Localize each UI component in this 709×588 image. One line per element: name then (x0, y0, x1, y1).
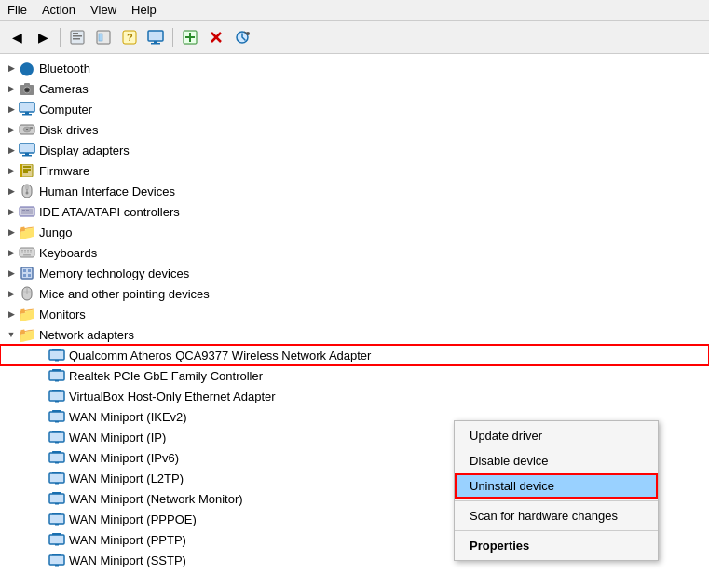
bluetooth-label: Bluetooth (39, 62, 90, 75)
tree-item-realtek[interactable]: ▶ Realtek PCIe GbE Family Controller (0, 365, 709, 386)
svg-rect-55 (30, 253, 32, 254)
keyboard-icon (19, 244, 35, 261)
svg-rect-80 (49, 453, 64, 462)
ctx-scan-hardware[interactable]: Scan for hardware changes (455, 503, 658, 528)
svg-text:?: ? (127, 32, 133, 43)
display-adapters-label: Display adapters (39, 144, 130, 157)
svg-rect-49 (24, 250, 26, 252)
svg-rect-58 (23, 269, 26, 272)
expand-jungo[interactable]: ▶ (4, 225, 19, 239)
back-button[interactable]: ◀ (6, 26, 28, 48)
expand-display[interactable]: ▶ (4, 143, 19, 157)
expand-disk[interactable]: ▶ (4, 122, 19, 137)
show-hide-button[interactable] (92, 26, 115, 48)
expand-memory[interactable]: ▶ (4, 266, 19, 280)
mouse-icon (19, 285, 35, 302)
context-menu: Update driver Disable device Uninstall d… (454, 420, 659, 561)
expand-monitors[interactable]: ▶ (4, 307, 19, 321)
svg-rect-54 (27, 253, 29, 254)
svg-rect-29 (20, 144, 34, 153)
svg-rect-70 (52, 369, 61, 371)
tree-item-monitors[interactable]: ▶ 📁 Monitors (0, 304, 709, 324)
svg-rect-65 (49, 350, 64, 360)
svg-rect-57 (21, 267, 33, 279)
monitors-icon: 📁 (19, 306, 35, 322)
menu-bar: File Action View Help (0, 0, 709, 21)
expand-bluetooth[interactable]: ▶ (4, 61, 19, 75)
svg-rect-53 (24, 253, 26, 254)
help-button[interactable]: ? (118, 26, 141, 48)
tree-item-virtualbox[interactable]: ▶ VirtualBox Host-Only Ethernet Adapter (0, 386, 709, 406)
svg-rect-73 (52, 390, 61, 391)
svg-rect-35 (23, 171, 28, 173)
svg-rect-97 (52, 554, 61, 555)
svg-rect-81 (55, 462, 59, 464)
ctx-disable-device[interactable]: Disable device (455, 448, 658, 473)
tree-item-qualcomm[interactable]: ▶ Qualcomm Atheros QCA9377 Wireless Netw… (0, 345, 709, 365)
disk-icon (19, 121, 35, 138)
tree-item-bluetooth[interactable]: ▶ ⬤ Bluetooth (0, 58, 709, 78)
menu-view[interactable]: View (83, 1, 124, 19)
toolbar: ◀ ▶ ? (0, 21, 709, 54)
main-area: ▶ ⬤ Bluetooth ▶ Cameras ▶ Computer ▶ (0, 54, 709, 588)
properties-button[interactable] (66, 26, 89, 48)
svg-rect-86 (49, 494, 64, 503)
svg-rect-93 (55, 544, 59, 546)
expand-mice[interactable]: ▶ (4, 286, 19, 301)
svg-rect-84 (55, 483, 59, 485)
tree-item-memory[interactable]: ▶ Memory technology devices (0, 263, 709, 283)
svg-rect-83 (49, 473, 64, 483)
wan-ip-icon (48, 429, 65, 445)
expand-computer[interactable]: ▶ (4, 102, 19, 116)
tree-item-firmware[interactable]: ▶ Firmware (0, 160, 709, 181)
svg-rect-45 (22, 212, 25, 212)
svg-rect-79 (52, 431, 61, 432)
computer-label: Computer (39, 103, 92, 116)
expand-hid[interactable]: ▶ (4, 184, 19, 198)
monitor-button[interactable] (144, 26, 167, 48)
svg-rect-88 (52, 492, 61, 494)
svg-rect-24 (22, 114, 32, 116)
menu-help[interactable]: Help (124, 1, 164, 19)
menu-file[interactable]: File (0, 1, 34, 19)
svg-rect-51 (30, 250, 32, 252)
ctx-update-driver[interactable]: Update driver (455, 423, 658, 448)
realtek-label: Realtek PCIe GbE Family Controller (69, 369, 263, 383)
forward-button[interactable]: ▶ (32, 26, 54, 48)
computer-icon (19, 101, 35, 117)
svg-rect-28 (30, 127, 33, 129)
tree-item-hid[interactable]: ▶ Human Interface Devices (0, 181, 709, 201)
wan-netmon-icon (48, 490, 65, 507)
menu-action[interactable]: Action (34, 1, 83, 19)
remove-button[interactable] (205, 26, 227, 48)
expand-firmware[interactable]: ▶ (4, 163, 19, 178)
ctx-uninstall-device[interactable]: Uninstall device (455, 473, 658, 499)
svg-rect-20 (24, 83, 30, 86)
keyboards-label: Keyboards (39, 246, 97, 260)
svg-rect-60 (23, 274, 26, 277)
svg-rect-5 (99, 34, 102, 41)
svg-rect-71 (49, 391, 64, 401)
tree-item-keyboards[interactable]: ▶ Keyboards (0, 242, 709, 263)
tree-item-network-adapters[interactable]: ▼ 📁 Network adapters (0, 324, 709, 345)
svg-rect-43 (22, 210, 25, 211)
tree-item-computer[interactable]: ▶ Computer (0, 99, 709, 119)
expand-network[interactable]: ▼ (4, 327, 19, 342)
tree-item-cameras[interactable]: ▶ Cameras (0, 78, 709, 99)
add-button[interactable] (179, 26, 201, 48)
network-folder-icon: 📁 (19, 326, 35, 343)
tree-item-jungo[interactable]: ▶ 📁 Jungo (0, 222, 709, 242)
expand-cameras[interactable]: ▶ (4, 81, 19, 96)
wan-pptp-icon (48, 531, 65, 548)
tree-item-display[interactable]: ▶ Display adapters (0, 140, 709, 160)
expand-keyboards[interactable]: ▶ (4, 245, 19, 260)
tree-item-mice[interactable]: ▶ Mice and other pointing devices (0, 283, 709, 304)
scan-button[interactable] (231, 26, 253, 48)
expand-ide[interactable]: ▶ (4, 204, 19, 219)
svg-rect-34 (23, 169, 31, 171)
firmware-icon (19, 162, 35, 179)
display-icon (19, 142, 35, 158)
tree-item-ide[interactable]: ▶ IDE ATA/ATAPI controllers (0, 201, 709, 222)
tree-item-disk-drives[interactable]: ▶ Disk drives (0, 119, 709, 140)
ctx-properties[interactable]: Properties (455, 533, 658, 558)
